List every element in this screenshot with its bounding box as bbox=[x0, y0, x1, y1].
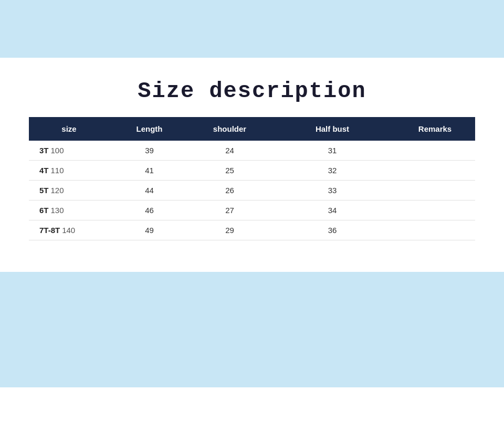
table-row: 4T110412532 bbox=[29, 161, 475, 181]
cell-length: 39 bbox=[109, 141, 190, 161]
cell-size: 5T120 bbox=[29, 181, 109, 201]
table-row: 5T120442633 bbox=[29, 181, 475, 201]
cell-remarks bbox=[395, 181, 475, 201]
cell-remarks bbox=[395, 161, 475, 181]
cell-length: 41 bbox=[109, 161, 190, 181]
cell-shoulder: 24 bbox=[190, 141, 270, 161]
cell-size: 3T100 bbox=[29, 141, 109, 161]
col-header-shoulder: shoulder bbox=[190, 117, 270, 141]
size-cm: 100 bbox=[51, 146, 64, 155]
size-cm: 120 bbox=[51, 186, 64, 195]
size-label: 6T bbox=[39, 206, 49, 215]
page-title: Size description bbox=[29, 79, 475, 104]
top-banner bbox=[0, 0, 504, 58]
table-header: size Length shoulder Half bust Remarks bbox=[29, 117, 475, 141]
col-header-half-bust: Half bust bbox=[270, 117, 395, 141]
col-header-size: size bbox=[29, 117, 109, 141]
cell-length: 49 bbox=[109, 220, 190, 240]
size-label: 3T bbox=[39, 146, 49, 155]
cell-remarks bbox=[395, 220, 475, 240]
size-table: size Length shoulder Half bust Remarks 3… bbox=[29, 117, 475, 240]
table-row: 7T-8T140492936 bbox=[29, 220, 475, 240]
cell-size: 6T130 bbox=[29, 201, 109, 220]
cell-half-bust: 31 bbox=[270, 141, 395, 161]
cell-length: 46 bbox=[109, 201, 190, 220]
col-header-remarks: Remarks bbox=[395, 117, 475, 141]
cell-size: 4T110 bbox=[29, 161, 109, 181]
cell-remarks bbox=[395, 141, 475, 161]
table-row: 6T130462734 bbox=[29, 201, 475, 220]
cell-shoulder: 27 bbox=[190, 201, 270, 220]
cell-half-bust: 33 bbox=[270, 181, 395, 201]
table-row: 3T100392431 bbox=[29, 141, 475, 161]
bottom-banner bbox=[0, 272, 504, 387]
size-cm: 130 bbox=[51, 206, 64, 215]
cell-shoulder: 26 bbox=[190, 181, 270, 201]
size-label: 4T bbox=[39, 166, 49, 175]
cell-remarks bbox=[395, 201, 475, 220]
cell-half-bust: 32 bbox=[270, 161, 395, 181]
size-cm: 140 bbox=[62, 226, 75, 235]
size-label: 7T-8T bbox=[39, 226, 60, 235]
cell-length: 44 bbox=[109, 181, 190, 201]
cell-half-bust: 36 bbox=[270, 220, 395, 240]
header-row: size Length shoulder Half bust Remarks bbox=[29, 117, 475, 141]
cell-size: 7T-8T140 bbox=[29, 220, 109, 240]
table-body: 3T1003924314T1104125325T1204426336T13046… bbox=[29, 141, 475, 240]
col-header-length: Length bbox=[109, 117, 190, 141]
cell-shoulder: 25 bbox=[190, 161, 270, 181]
size-cm: 110 bbox=[51, 166, 64, 175]
main-content: Size description size Length shoulder Ha… bbox=[0, 58, 504, 256]
size-label: 5T bbox=[39, 186, 49, 195]
cell-shoulder: 29 bbox=[190, 220, 270, 240]
cell-half-bust: 34 bbox=[270, 201, 395, 220]
